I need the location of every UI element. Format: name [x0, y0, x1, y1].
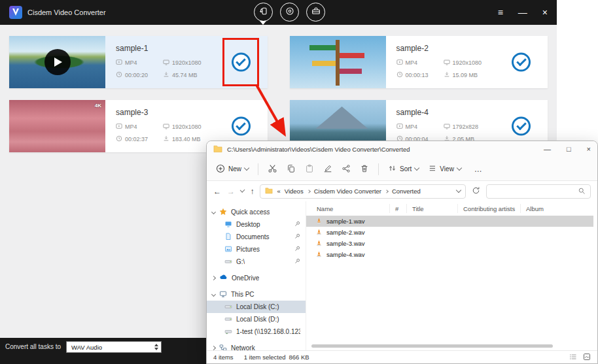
video-thumbnail[interactable]: 4K [9, 100, 105, 152]
explorer-maximize-button[interactable]: □ [567, 146, 571, 153]
chevron-down-icon [211, 292, 216, 297]
breadcrumb-item[interactable]: Videos [285, 188, 304, 195]
chevron-down-icon [457, 165, 462, 171]
search-box[interactable] [486, 184, 591, 199]
explorer-path-title: C:\Users\Administrator\Videos\Cisdem Vid… [227, 146, 410, 153]
column-header-name[interactable]: Name [311, 204, 390, 213]
tab-toolbox[interactable] [306, 3, 325, 22]
duration-icon [116, 135, 122, 143]
view-button[interactable]: View [428, 164, 461, 174]
file-row-sample-3[interactable]: sample-3.wav [306, 238, 593, 249]
task-done-check-icon[interactable] [512, 117, 531, 136]
sidebar-item-local-disk-d[interactable]: Local Disk (D:) [207, 313, 306, 325]
sidebar-item-pictures[interactable]: Pictures [207, 243, 306, 256]
task-done-check-icon[interactable] [232, 53, 251, 72]
rename-button[interactable] [323, 164, 332, 174]
video-title: sample-2 [396, 44, 548, 53]
details-view-button[interactable] [569, 353, 577, 362]
search-input[interactable] [491, 188, 578, 195]
sidebar-item-this-pc[interactable]: This PC [207, 288, 306, 301]
sidebar-item-documents[interactable]: Documents [207, 231, 306, 243]
chevron-right-icon [385, 190, 389, 193]
close-button[interactable]: × [542, 8, 548, 17]
module-tabbar [254, 3, 325, 22]
pin-icon [294, 221, 300, 228]
resolution-badge: 4K [95, 103, 101, 108]
menu-button[interactable]: ≡ [498, 8, 503, 17]
screen: Cisdem Video Converter [0, 0, 598, 364]
sidebar-item-quick-access[interactable]: Quick access [207, 206, 306, 218]
sidebar-item-network[interactable]: Network [207, 342, 306, 350]
task-done-check-icon[interactable] [232, 117, 251, 136]
share-button[interactable] [342, 164, 351, 174]
resolution-value: 1920x1080 [172, 124, 202, 130]
forward-button[interactable]: → [227, 187, 235, 196]
star-icon [219, 208, 227, 217]
large-icons-view-button[interactable] [583, 353, 591, 362]
address-dropdown-icon[interactable] [456, 188, 461, 193]
delete-button[interactable] [360, 164, 369, 174]
up-button[interactable]: ↑ [250, 187, 254, 196]
tab-video-converter[interactable] [254, 3, 273, 22]
file-row-sample-2[interactable]: sample-2.wav [306, 227, 593, 238]
sidebar-item-g-drive[interactable]: G:\ [207, 256, 306, 268]
cut-button[interactable] [268, 163, 277, 174]
sort-button-label: Sort [400, 165, 412, 173]
chevron-down-icon [211, 210, 216, 214]
sidebar-item-onedrive[interactable]: OneDrive [207, 272, 306, 284]
new-button[interactable]: New [216, 164, 249, 174]
video-card-sample-2[interactable]: sample-2 MP4 1920x1080 00:00:13 15.09 MB [290, 36, 548, 88]
column-header-album[interactable]: Album [521, 204, 567, 213]
sidebar-item-local-disk-c[interactable]: Local Disk (C:) [207, 301, 306, 313]
file-row-sample-1[interactable]: sample-1.wav [306, 216, 593, 227]
task-done-check-icon[interactable] [512, 53, 531, 72]
address-bar[interactable]: « Videos Cisdem Video Converter Converte… [260, 184, 466, 199]
sidebar-item-desktop[interactable]: Desktop [207, 218, 306, 231]
breadcrumb-item[interactable]: Cisdem Video Converter [314, 188, 381, 195]
video-converter-icon [258, 6, 269, 19]
desktop-icon [224, 220, 232, 229]
back-button[interactable]: ← [213, 187, 221, 196]
column-header-title[interactable]: Title [407, 204, 458, 213]
chevron-right-icon [307, 190, 311, 193]
scrollbar-thumb[interactable] [311, 344, 553, 348]
refresh-button[interactable] [472, 186, 480, 196]
video-thumbnail[interactable] [9, 36, 105, 88]
column-header-artists[interactable]: Contributing artists [458, 204, 521, 213]
sidebar-item-network-drive-z[interactable]: 1-test (\\192.168.0.123) (Z [207, 325, 306, 338]
breadcrumb-item[interactable]: Converted [392, 188, 421, 195]
app-window-controls: ≡ — × [498, 8, 548, 17]
tab-disc-ripper[interactable] [280, 3, 299, 22]
audio-file-icon [315, 217, 323, 226]
audio-file-icon [315, 250, 323, 259]
chevron-right-icon [211, 276, 216, 280]
breadcrumb-prefix[interactable]: « [277, 188, 280, 195]
resolution-value: 1792x828 [453, 124, 479, 130]
more-options-button[interactable]: … [474, 165, 483, 174]
drive-icon [224, 315, 232, 324]
file-name: sample-1.wav [326, 218, 365, 225]
explorer-close-button[interactable]: × [587, 146, 591, 153]
copy-button[interactable] [287, 164, 296, 174]
filesize-icon [163, 71, 169, 79]
minimize-button[interactable]: — [518, 8, 527, 17]
video-thumbnail[interactable] [290, 36, 386, 88]
paste-button[interactable] [305, 164, 314, 174]
format-value: MP4 [406, 124, 418, 130]
video-card-sample-1[interactable]: sample-1 MP4 1920x1080 00:00:20 45.74 MB [9, 36, 268, 88]
sort-button[interactable]: Sort [388, 164, 419, 174]
pin-icon [294, 246, 300, 253]
video-title: sample-3 [116, 108, 268, 117]
onedrive-cloud-icon [219, 273, 228, 283]
file-row-sample-4[interactable]: sample-4.wav [306, 249, 593, 260]
horizontal-scrollbar[interactable] [311, 344, 574, 348]
output-format-dropdown[interactable]: WAV Audio [66, 341, 162, 353]
explorer-minimize-button[interactable]: — [544, 146, 551, 153]
duration-icon [396, 71, 403, 79]
duration-value: 00:00:20 [125, 72, 148, 78]
file-name: sample-3.wav [326, 240, 365, 247]
duration-icon [116, 71, 122, 79]
history-chevron-icon[interactable] [240, 188, 245, 193]
column-header-number[interactable]: # [390, 204, 407, 213]
play-button[interactable] [44, 49, 71, 75]
